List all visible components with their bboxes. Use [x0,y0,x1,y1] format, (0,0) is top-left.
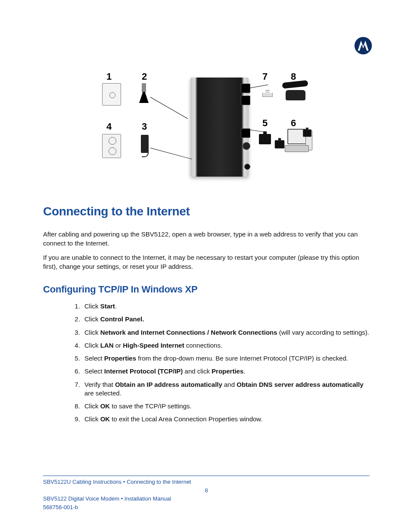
wall-cable-outlet-icon [102,83,121,106]
step-7: Verify that Obtain an IP address automat… [82,380,372,398]
coax-cable-icon [137,83,149,104]
ethernet-jack-icon [303,130,311,137]
steps-list: Click Start. Click Control Panel. Click … [43,302,372,424]
step-9: Click OK to exit the Local Area Connecti… [82,415,372,423]
svg-point-0 [355,37,372,54]
phone-connector-icon [262,90,273,97]
tel-port-2-icon [241,96,250,105]
lead-line [150,148,192,159]
diagram-label-3: 3 [142,121,147,132]
coax-port-icon [243,142,250,150]
step-2: Click Control Panel. [82,315,372,324]
diagram-label-2: 2 [142,71,147,82]
intro-paragraph-2: If you are unable to connect to the Inte… [43,253,372,271]
heading-connecting: Connecting to the Internet [43,205,372,218]
step-5: Select Properties from the drop-down men… [82,354,372,363]
power-outlet-icon [102,134,121,158]
footer-divider [43,476,370,476]
step-1: Click Start. [82,302,372,311]
modem-back-icon [190,78,249,177]
diagram-label-8: 8 [291,71,296,82]
step-4: Click LAN or High-Speed Internet connect… [82,341,372,350]
cabling-diagram: 1 2 3 4 5 6 7 8 [102,71,313,183]
intro-paragraph-1: After cabling and powering up the SBV512… [43,230,372,248]
diagram-label-1: 1 [106,71,112,82]
lead-line [150,97,188,119]
footer-doc-number: 568756-001-b [43,503,370,512]
page-number: 8 [43,486,370,495]
page-footer: SBV5122U Cabling Instructions • Connecti… [43,478,370,511]
diagram-label-4: 4 [106,121,112,132]
motorola-logo-icon [354,37,372,55]
ethernet-connector-icon [275,140,284,148]
power-port-icon [244,164,250,170]
diagram-label-6: 6 [291,118,296,129]
step-3: Click Network and Internet Connections /… [82,328,372,337]
step-6: Select Internet Protocol (TCP/IP) and cl… [82,367,372,376]
power-adapter-icon [141,135,149,153]
telephone-icon [282,81,309,100]
ethernet-connector-icon [259,134,271,144]
footer-manual-title: SBV5122 Digital Voice Modem • Installati… [43,495,370,503]
step-8: Click OK to save the TCP/IP settings. [82,402,372,411]
diagram-label-7: 7 [262,71,268,82]
footer-breadcrumb: SBV5122U Cabling Instructions • Connecti… [43,478,370,486]
heading-configuring: Configuring TCP/IP In Windows XP [43,284,372,295]
diagram-label-5: 5 [262,118,268,129]
